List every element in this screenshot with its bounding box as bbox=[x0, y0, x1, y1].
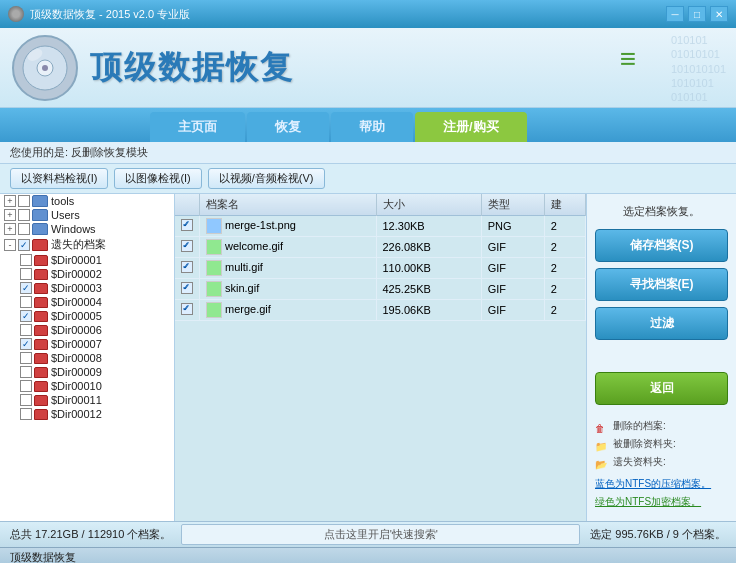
list-item[interactable]: $Dir00006 bbox=[0, 323, 174, 337]
list-item[interactable]: $Dir00002 bbox=[0, 267, 174, 281]
title-bar: 顶级数据恢复 - 2015 v2.0 专业版 ─ □ ✕ bbox=[0, 0, 736, 28]
legend-deleted-text: 删除的档案: bbox=[613, 417, 666, 435]
tree-item-label: tools bbox=[51, 195, 74, 207]
list-item[interactable]: $Dir00012 bbox=[0, 407, 174, 421]
tree-checkbox[interactable] bbox=[20, 296, 32, 308]
maximize-button[interactable]: □ bbox=[688, 6, 706, 22]
save-file-button[interactable]: 储存档案(S) bbox=[595, 229, 728, 262]
status-bar: 顶级数据恢复 bbox=[0, 547, 736, 563]
list-item[interactable]: $Dir00005 bbox=[0, 309, 174, 323]
list-item[interactable]: - 遗失的档案 bbox=[0, 236, 174, 253]
back-button[interactable]: 返回 bbox=[595, 372, 728, 405]
content-wrapper: + tools + Users + Windows - 遗失的档案 bbox=[0, 194, 736, 521]
hint-text[interactable]: 点击这里开启'快速搜索' bbox=[181, 524, 580, 545]
col-size[interactable]: 大小 bbox=[376, 194, 481, 216]
tree-checkbox[interactable] bbox=[20, 268, 32, 280]
folder-icon bbox=[32, 195, 48, 207]
row-checkbox[interactable]: ✓ bbox=[181, 282, 193, 294]
tab-help[interactable]: 帮助 bbox=[331, 112, 413, 142]
tree-checkbox[interactable] bbox=[18, 223, 30, 235]
tree-checkbox[interactable] bbox=[20, 394, 32, 406]
tab-home[interactable]: 主页面 bbox=[150, 112, 245, 142]
list-item[interactable]: + Users bbox=[0, 208, 174, 222]
minimize-button[interactable]: ─ bbox=[666, 6, 684, 22]
title-bar-controls[interactable]: ─ □ ✕ bbox=[666, 6, 728, 22]
view-video-btn[interactable]: 以视频/音频检视(V) bbox=[208, 168, 325, 189]
tree-checkbox[interactable] bbox=[20, 366, 32, 378]
col-type[interactable]: 类型 bbox=[481, 194, 544, 216]
tree-checkbox[interactable] bbox=[20, 338, 32, 350]
expand-icon[interactable]: + bbox=[4, 195, 16, 207]
tab-register[interactable]: 注册/购买 bbox=[415, 112, 527, 142]
view-image-btn[interactable]: 以图像检视(I) bbox=[114, 168, 201, 189]
legend-lost-folder-text: 遗失资料夹: bbox=[613, 453, 666, 471]
tree-item-label: 遗失的档案 bbox=[51, 237, 106, 252]
ntfs-compress-link[interactable]: 蓝色为NTFS的压缩档案。 bbox=[595, 478, 711, 489]
ntfs-encrypt-link[interactable]: 绿色为NTFS加密档案。 bbox=[595, 496, 701, 507]
tree-checkbox[interactable] bbox=[20, 408, 32, 420]
row-checkbox[interactable]: ✓ bbox=[181, 303, 193, 315]
left-tree-panel[interactable]: + tools + Users + Windows - 遗失的档案 bbox=[0, 194, 175, 521]
tab-recover[interactable]: 恢复 bbox=[247, 112, 329, 142]
tree-checkbox[interactable] bbox=[20, 254, 32, 266]
row-checkbox[interactable]: ✓ bbox=[181, 261, 193, 273]
legend-deleted: 🗑 删除的档案: bbox=[595, 417, 728, 435]
view-file-btn[interactable]: 以资料档检视(I) bbox=[10, 168, 108, 189]
tree-checkbox[interactable] bbox=[20, 310, 32, 322]
folder-icon-small bbox=[34, 353, 48, 364]
row-checkbox[interactable]: ✓ bbox=[181, 240, 193, 252]
list-item[interactable]: $Dir00008 bbox=[0, 351, 174, 365]
find-file-button[interactable]: 寻找档案(E) bbox=[595, 268, 728, 301]
title-bar-left: 顶级数据恢复 - 2015 v2.0 专业版 bbox=[8, 6, 190, 22]
list-item[interactable]: $Dir00011 bbox=[0, 393, 174, 407]
tree-checkbox[interactable] bbox=[20, 282, 32, 294]
expand-icon[interactable]: - bbox=[4, 239, 16, 251]
tree-checkbox[interactable] bbox=[18, 195, 30, 207]
table-row[interactable]: ✓ welcome.gif 226.08KB GIF 2 bbox=[175, 237, 586, 258]
list-item[interactable]: $Dir00009 bbox=[0, 365, 174, 379]
close-button[interactable]: ✕ bbox=[710, 6, 728, 22]
file-size-cell: 12.30KB bbox=[376, 216, 481, 237]
file-type-cell: PNG bbox=[481, 216, 544, 237]
list-item[interactable]: + tools bbox=[0, 194, 174, 208]
filter-button[interactable]: 过滤 bbox=[595, 307, 728, 340]
table-row[interactable]: ✓ merge.gif 195.06KB GIF 2 bbox=[175, 300, 586, 321]
list-item[interactable]: $Dir00010 bbox=[0, 379, 174, 393]
file-date-cell: 2 bbox=[544, 258, 585, 279]
expand-icon[interactable]: + bbox=[4, 209, 16, 221]
folder-icon-special bbox=[32, 239, 48, 251]
table-row[interactable]: ✓ merge-1st.png 12.30KB PNG 2 bbox=[175, 216, 586, 237]
app-logo bbox=[10, 33, 80, 103]
tree-checkbox[interactable] bbox=[20, 380, 32, 392]
subtitle-text: 您使用的是: 反删除恢复模块 bbox=[10, 145, 148, 160]
list-item[interactable]: $Dir00001 bbox=[0, 253, 174, 267]
folder-icon bbox=[32, 209, 48, 221]
tree-item-label: $Dir00007 bbox=[51, 338, 102, 350]
tree-checkbox[interactable] bbox=[18, 209, 30, 221]
tree-item-label: Users bbox=[51, 209, 80, 221]
list-item[interactable]: $Dir00004 bbox=[0, 295, 174, 309]
file-table[interactable]: 档案名 大小 类型 建 ✓ merge-1st.png 12.30KB PNG … bbox=[175, 194, 586, 521]
folder-icon-small bbox=[34, 269, 48, 280]
col-filename[interactable]: 档案名 bbox=[200, 194, 377, 216]
expand-icon[interactable]: + bbox=[4, 223, 16, 235]
file-date-cell: 2 bbox=[544, 216, 585, 237]
tree-checkbox[interactable] bbox=[18, 239, 30, 251]
tree-item-label: $Dir00009 bbox=[51, 366, 102, 378]
table-row[interactable]: ✓ skin.gif 425.25KB GIF 2 bbox=[175, 279, 586, 300]
file-date-cell: 2 bbox=[544, 300, 585, 321]
svg-point-3 bbox=[42, 65, 48, 71]
nav-tabs: 主页面 恢复 帮助 注册/购买 bbox=[0, 108, 736, 142]
list-item[interactable]: + Windows bbox=[0, 222, 174, 236]
tree-checkbox[interactable] bbox=[20, 352, 32, 364]
legend-lost-folder: 📂 遗失资料夹: bbox=[595, 453, 728, 471]
file-name-cell: skin.gif bbox=[200, 279, 377, 300]
table-row[interactable]: ✓ multi.gif 110.00KB GIF 2 bbox=[175, 258, 586, 279]
col-date[interactable]: 建 bbox=[544, 194, 585, 216]
list-item[interactable]: $Dir00007 bbox=[0, 337, 174, 351]
list-item[interactable]: $Dir00003 bbox=[0, 281, 174, 295]
row-checkbox[interactable]: ✓ bbox=[181, 219, 193, 231]
tree-item-label: $Dir00005 bbox=[51, 310, 102, 322]
tool-buttons-row: 以资料档检视(I) 以图像检视(I) 以视频/音频检视(V) bbox=[0, 164, 736, 194]
tree-checkbox[interactable] bbox=[20, 324, 32, 336]
